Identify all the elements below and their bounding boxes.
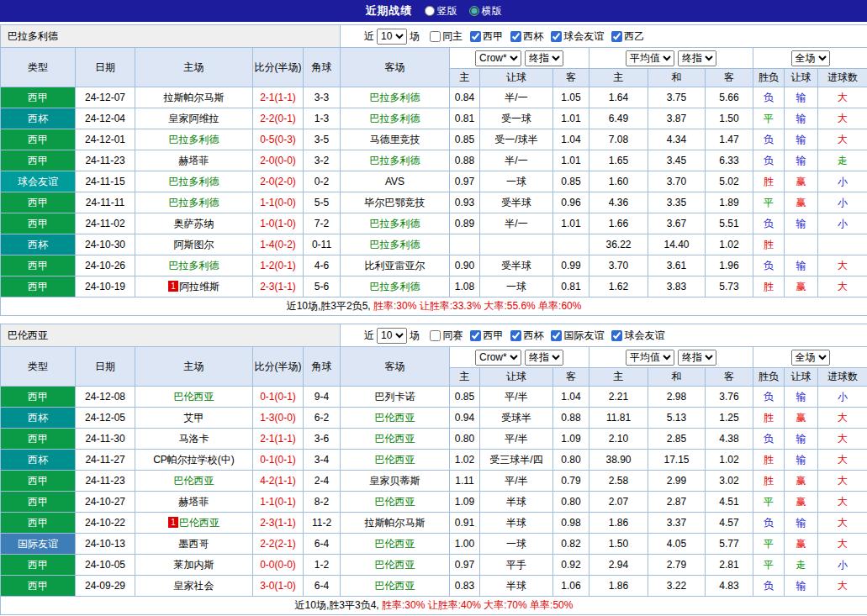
euro-home-odds: 1.86 [589,513,648,534]
filter-option[interactable]: 西乙 [611,29,644,44]
layout-radio[interactable] [469,6,479,16]
home-team-cell: 巴拉多利德 [135,192,253,213]
away-team-name[interactable]: 巴拉多利德 [370,155,420,166]
result-outcome: 负 [753,213,785,234]
home-team-name[interactable]: 巴拉多利德 [169,197,219,208]
euro-away-odds: 2.81 [706,555,753,576]
home-team-name[interactable]: 巴伦西亚 [174,391,214,403]
euro-time-select[interactable]: 终指 [678,50,716,66]
recent-count-select[interactable]: 10 [377,29,407,45]
filter-checkbox[interactable] [430,31,441,42]
result-handicap: 赢 [785,192,818,213]
filter-option[interactable]: 同主 [430,29,463,44]
euro-average-select[interactable]: 平均值 [626,350,674,366]
filter-option[interactable]: 西甲 [470,29,503,44]
away-team-name[interactable]: 巴伦西亚 [375,496,415,508]
away-team-name[interactable]: 巴伦西亚 [375,412,415,424]
filter-checkbox[interactable] [551,330,562,341]
away-team-name[interactable]: 巴伦西亚 [375,559,415,571]
col-header-corner: 角球 [304,48,341,87]
asian-home-odds: 1.08 [450,276,480,297]
euro-away-odds: 4.83 [706,576,753,597]
filter-checkbox[interactable] [430,330,441,341]
filter-checkbox[interactable] [510,330,521,341]
asian-home-odds: 0.85 [450,129,480,150]
result-outcome: 负 [753,429,785,450]
filter-option[interactable]: 西杯 [510,329,543,343]
col-header-handicap: 让球 [480,368,553,387]
filter-checkbox[interactable] [470,31,481,42]
layout-option[interactable]: 横版 [469,4,502,18]
away-team-name[interactable]: 巴拉多利德 [370,239,420,250]
asian-away-odds: 0.92 [553,555,589,576]
competition-type-badge: 西甲 [1,255,76,276]
home-team-name[interactable]: 巴拉多利德 [169,176,219,187]
filter-checkbox[interactable] [470,330,481,341]
home-team-name[interactable]: 巴拉多利德 [169,134,219,145]
odds-time-select[interactable]: 终指 [525,50,563,66]
away-team-name[interactable]: 巴拉多利德 [370,281,420,292]
filter-option[interactable]: 同赛 [430,329,463,343]
competition-type-badge: 国际友谊 [1,534,76,555]
asian-away-odds: 0.80 [553,450,589,471]
euro-time-select[interactable]: 终指 [678,350,716,366]
layout-toggle: 竖版横版 [425,4,502,18]
result-goals: 大 [818,87,867,108]
home-team-name: CP帕尔拉学校(中) [153,454,235,466]
match-score: 2-1(1-1) [253,87,304,108]
result-handicap: 赢 [785,471,818,492]
match-date: 24-12-08 [76,387,135,408]
match-date: 24-11-30 [76,429,135,450]
filter-option[interactable]: 球会友谊 [611,329,664,343]
odds-company-select[interactable]: Crow* [475,350,521,366]
col-header-handicap-result: 让球 [785,368,818,387]
match-date: 24-12-04 [76,108,135,129]
filter-option[interactable]: 球会友谊 [551,29,604,44]
home-team-name[interactable]: 巴伦西亚 [174,475,214,487]
away-team-name[interactable]: 巴伦西亚 [375,538,415,550]
euro-away-odds: 1.89 [706,192,753,213]
match-row: 西甲24-11-11巴拉多利德1-1(0-0)5-5毕尔巴鄂竞技0.93受半球0… [1,192,867,213]
result-outcome: 胜 [753,171,785,192]
filter-checkbox[interactable] [611,31,622,42]
recent-label: 近 [364,329,374,340]
team-name: 巴伦西亚 [1,324,341,347]
home-team-name[interactable]: 巴拉多利德 [169,260,219,271]
away-team-name[interactable]: 巴拉多利德 [370,218,420,229]
match-row: 西甲24-10-26巴拉多利德1-2(0-1)4-6比利亚雷亚尔0.90受半球0… [1,255,867,276]
filter-option-label: 球会友谊 [624,329,664,343]
filter-checkbox[interactable] [551,31,562,42]
scope-select[interactable]: 全场 [791,350,830,366]
layout-radio[interactable] [425,6,435,16]
filter-option[interactable]: 国际友谊 [551,329,604,343]
away-team-name[interactable]: 巴拉多利德 [370,113,420,124]
home-team-name[interactable]: 巴伦西亚 [179,517,219,529]
match-row: 国际友谊24-10-13墨西哥2-2(2-1)6-4巴伦西亚1.00一球0.82… [1,534,867,555]
away-team-name[interactable]: 巴伦西亚 [375,580,415,592]
home-team-cell: 阿斯图尔 [135,234,253,255]
filter-option[interactable]: 西杯 [510,29,543,44]
away-team-name[interactable]: 巴伦西亚 [375,433,415,445]
recent-count-select[interactable]: 10 [377,328,407,344]
result-goals: 小 [818,387,867,408]
filter-checkbox[interactable] [510,31,521,42]
corner-score: 7-2 [304,213,341,234]
away-team-name[interactable]: 巴拉多利德 [370,92,420,103]
filter-checkbox[interactable] [611,330,622,341]
match-date: 24-11-23 [76,150,135,171]
euro-draw-odds: 3.35 [648,192,706,213]
asian-handicap: 受三球半/四 [480,450,553,471]
filter-option[interactable]: 西甲 [470,329,503,343]
match-date: 24-11-11 [76,192,135,213]
result-goals: 小 [818,192,867,213]
result-handicap: 输 [785,513,818,534]
scope-select[interactable]: 全场 [791,50,830,66]
match-row: 西杯24-12-04皇家阿维拉2-2(0-1)1-3巴拉多利德0.81受一球1.… [1,108,867,129]
result-outcome: 平 [753,555,785,576]
odds-time-select[interactable]: 终指 [525,350,563,366]
away-team-name[interactable]: 巴伦西亚 [375,454,415,466]
odds-company-select[interactable]: Crow* [475,50,521,66]
layout-option[interactable]: 竖版 [425,4,457,18]
euro-average-select[interactable]: 平均值 [626,50,674,66]
euro-home-odds: 6.49 [589,108,648,129]
